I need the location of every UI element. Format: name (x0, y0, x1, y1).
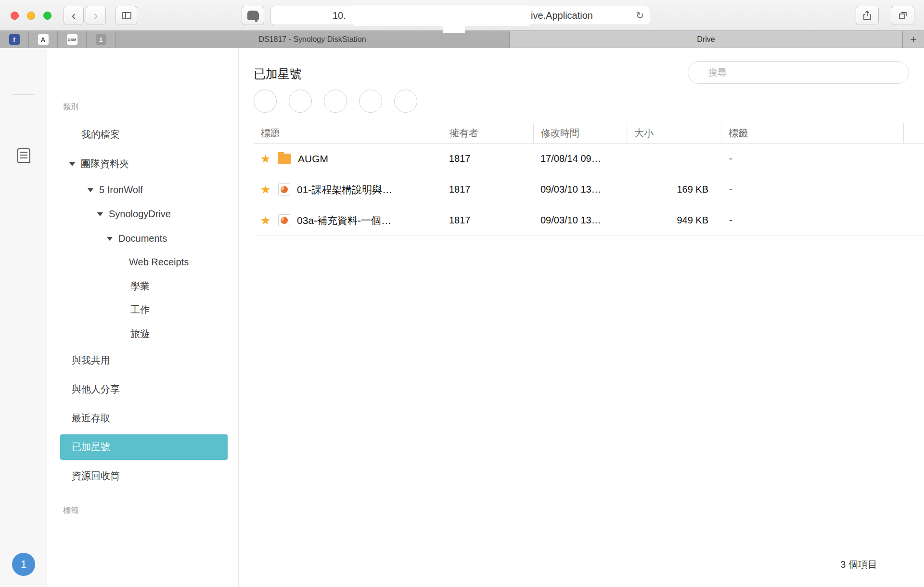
sidebar-item-school[interactable]: 學業 (130, 279, 150, 293)
folder-icon (278, 154, 291, 164)
file-tag: - (721, 215, 903, 226)
forward-icon: › (94, 8, 98, 23)
tab-overview-button[interactable] (891, 6, 914, 25)
status-bar-divider (903, 558, 903, 572)
evernote-extension-button[interactable] (242, 6, 264, 25)
label-filter-circle[interactable] (289, 90, 312, 113)
new-tab-button[interactable]: + (903, 31, 924, 48)
search-input[interactable] (688, 61, 909, 84)
sidebar-item-work[interactable]: 工作 (130, 302, 150, 317)
sidebar-item-label: 工作 (130, 303, 150, 316)
pinned-tab-one[interactable]: 1 (87, 31, 116, 48)
drive-app: 1 類別 我的檔案 團隊資料夾 5 IronWolf SynologyDrive… (0, 48, 924, 587)
file-owner: 1817 (442, 184, 533, 195)
sidebar-item-web-receipts[interactable]: Web Receipts (129, 255, 189, 269)
forward-button[interactable]: › (86, 6, 106, 25)
share-icon (862, 10, 873, 21)
file-name: AUGM (298, 153, 328, 165)
redaction-box (443, 21, 465, 33)
powerpoint-file-icon (278, 214, 290, 226)
label-filter-circle[interactable] (394, 90, 417, 113)
table-row[interactable]: ★ 01-課程架構說明與… 1817 09/03/10 13… 169 KB - (254, 174, 924, 205)
column-header-title[interactable]: 標題 (254, 123, 442, 143)
sidebar-item-label: 我的檔案 (81, 128, 120, 141)
sidebar-item-team-folder[interactable]: 團隊資料夾 (69, 157, 129, 171)
star-icon[interactable]: ★ (260, 183, 275, 196)
tab-overview-icon (898, 10, 908, 21)
sidebar-item-5-ironwolf[interactable]: 5 IronWolf (88, 183, 143, 197)
file-title-cell: ★ 01-課程架構說明與… (254, 183, 442, 196)
pinned-tab-facebook[interactable]: f (0, 31, 29, 48)
elephant-icon (247, 11, 259, 20)
sidebar-item-label: 旅遊 (130, 327, 150, 340)
plus-icon: + (911, 33, 917, 46)
chevron-down-icon[interactable] (107, 237, 113, 241)
chevron-down-icon[interactable] (69, 162, 75, 166)
file-name: 03a-補充資料-一個… (297, 214, 391, 227)
chevron-down-icon[interactable] (88, 188, 93, 192)
file-modified: 09/03/10 13… (533, 184, 627, 195)
label-filter-row (254, 90, 417, 113)
sidebar-item-label: Documents (118, 233, 167, 244)
sidebar-item-travel[interactable]: 旅遊 (130, 326, 150, 341)
sidebar-item-synologydrive[interactable]: SynologyDrive (97, 207, 171, 221)
tab-drive[interactable]: Drive (510, 31, 903, 48)
sidebar-item-my-files[interactable]: 我的檔案 (81, 127, 120, 142)
table-header-row: 標題 擁有者 修改時間 大小 標籤 (254, 123, 924, 143)
sidebar-item-documents[interactable]: Documents (107, 231, 167, 246)
sidebar-category-label: 類別 (63, 102, 78, 112)
zoom-button[interactable] (43, 12, 51, 20)
minimize-button[interactable] (27, 12, 35, 20)
facebook-icon: f (9, 34, 20, 45)
reload-icon[interactable]: ↻ (636, 6, 644, 25)
column-header-owner[interactable]: 擁有者 (442, 123, 533, 143)
sidebar-item-label: 最近存取 (72, 412, 110, 425)
sidebar: 類別 我的檔案 團隊資料夾 5 IronWolf SynologyDrive D… (47, 48, 239, 587)
tab-title: Drive (697, 35, 715, 44)
table-row[interactable]: ★ AUGM 1817 17/08/14 09… - (254, 143, 924, 174)
file-tag: - (721, 153, 903, 164)
column-header-modified[interactable]: 修改時間 (533, 123, 627, 143)
file-size: 169 KB (627, 184, 721, 195)
tab-title: DS1817 - Synology DiskStation (258, 35, 366, 44)
table-row[interactable]: ★ 03a-補充資料-一個… 1817 09/03/10 13… 949 KB … (254, 205, 924, 236)
close-button[interactable] (11, 12, 19, 20)
tab-bar: f A DSM 1 DS1817 - Synology DiskStation … (0, 31, 924, 48)
chevron-down-icon[interactable] (97, 212, 103, 216)
file-title-cell: ★ 03a-補充資料-一個… (254, 214, 442, 227)
file-tag: - (721, 184, 903, 195)
back-button[interactable]: ‹ (64, 6, 84, 25)
pinned-tab-a[interactable]: A (29, 31, 58, 48)
sidebar-toggle-icon (122, 12, 131, 19)
sidebar-item-label: 學業 (130, 280, 150, 293)
pinned-tab-dsm[interactable]: DSM (58, 31, 87, 48)
url-fragment-left: 10. (333, 6, 346, 25)
label-filter-circle[interactable] (254, 90, 277, 113)
sidebar-item-recent[interactable]: 最近存取 (72, 411, 110, 425)
sidebar-item-label: 團隊資料夾 (81, 157, 129, 170)
strip-divider (12, 94, 35, 95)
status-bar: 3 個項目 (254, 553, 924, 575)
one-icon: 1 (96, 34, 106, 45)
star-icon[interactable]: ★ (260, 152, 275, 166)
sidebar-item-label: SynologyDrive (109, 209, 171, 220)
sidebar-toggle-button[interactable] (116, 6, 137, 25)
sidebar-item-starred[interactable]: 已加星號 (60, 434, 228, 460)
document-panel-icon[interactable] (17, 148, 30, 163)
column-header-tag[interactable]: 標籤 (721, 123, 903, 143)
share-button[interactable] (856, 6, 879, 25)
label-filter-circle[interactable] (324, 90, 347, 113)
label-filter-circle[interactable] (359, 90, 382, 113)
file-table: 標題 擁有者 修改時間 大小 標籤 ★ AUGM 1817 17/08/14 0… (254, 123, 924, 236)
sidebar-item-shared-with-others[interactable]: 與他人分享 (72, 382, 120, 396)
sidebar-item-shared-with-me[interactable]: 與我共用 (72, 353, 110, 367)
column-header-size[interactable]: 大小 (627, 123, 721, 143)
notification-badge[interactable]: 1 (12, 553, 35, 576)
sidebar-tags-label: 標籤 (63, 505, 78, 516)
sidebar-item-label: 已加星號 (72, 441, 110, 454)
sidebar-item-recycle-bin[interactable]: 資源回收筒 (72, 469, 120, 483)
star-icon[interactable]: ★ (260, 214, 275, 227)
sidebar-item-label: 與我共用 (72, 354, 110, 367)
file-title-cell: ★ AUGM (254, 152, 442, 166)
tab-ds1817-synology-diskstation[interactable]: DS1817 - Synology DiskStation (116, 31, 510, 48)
